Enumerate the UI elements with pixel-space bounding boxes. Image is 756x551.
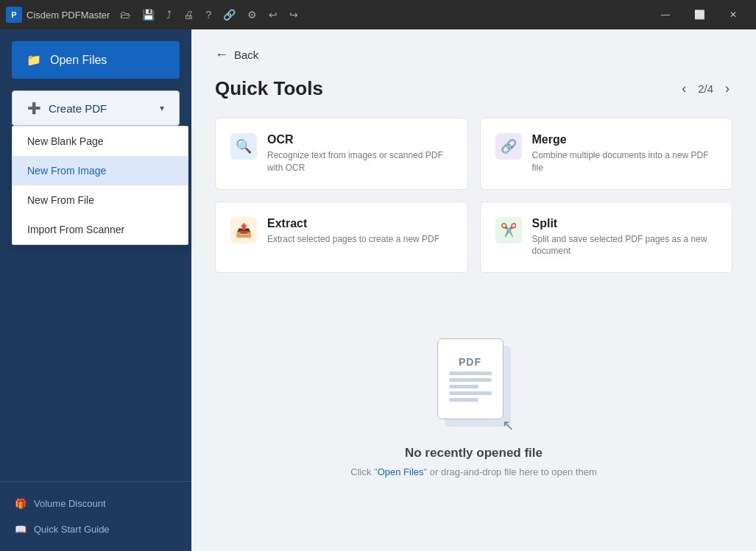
maximize-button[interactable]: ⬜ <box>682 0 716 29</box>
window-controls: — ⬜ ✕ <box>649 0 750 29</box>
ocr-title: OCR <box>267 133 453 146</box>
help-icon[interactable]: ? <box>202 7 214 22</box>
extract-title: Extract <box>267 217 439 230</box>
tool-card-ocr[interactable]: 🔍 OCR Recognize text from images or scan… <box>215 118 468 190</box>
titlebar: P Cisdem PDFMaster 🗁 💾 ⤴ 🖨 ? 🔗 ⚙ ↩ ↪ — ⬜… <box>0 0 756 29</box>
undo-icon[interactable]: ↩ <box>266 7 280 22</box>
tools-grid: 🔍 OCR Recognize text from images or scan… <box>215 118 732 273</box>
volume-icon: 🎁 <box>15 498 27 509</box>
merge-icon: 🔗 <box>495 133 522 160</box>
extract-icon: 📤 <box>230 217 257 243</box>
toolbar-icons: 🗁 💾 ⤴ 🖨 ? 🔗 ⚙ ↩ ↪ <box>117 7 301 22</box>
sidebar: 📁 Open Files ➕ Create PDF ▾ New Blank Pa… <box>0 29 191 551</box>
page-title-row: Quick Tools ‹ 2/4 › <box>215 77 732 100</box>
pagination-display: 2/4 <box>698 82 713 95</box>
open-files-button[interactable]: 📁 Open Files <box>12 41 180 79</box>
tool-card-merge[interactable]: 🔗 Merge Combine multiple documents into … <box>480 118 733 190</box>
chevron-down-icon: ▾ <box>160 103 164 113</box>
back-label[interactable]: Back <box>234 49 258 61</box>
split-title: Split <box>532 217 718 230</box>
minimize-button[interactable]: — <box>649 0 682 29</box>
pdf-lines <box>449 372 492 402</box>
share-icon[interactable]: ⤴ <box>163 7 174 22</box>
sidebar-bottom: 🎁 Volume Discount 📖 Quick Start Guide <box>0 481 191 551</box>
ocr-icon: 🔍 <box>230 133 257 160</box>
open-folder-icon[interactable]: 🗁 <box>117 7 133 22</box>
pagination-next-button[interactable]: › <box>722 78 732 99</box>
create-pdf-dropdown: New Blank Page New From Image New From F… <box>12 126 188 245</box>
page-title: Quick Tools <box>215 77 679 100</box>
print-icon[interactable]: 🖨 <box>180 7 197 22</box>
tool-card-split[interactable]: ✂️ Split Split and save selected PDF pag… <box>480 202 733 274</box>
pdf-doc: PDF <box>437 338 504 419</box>
guide-icon: 📖 <box>15 524 27 535</box>
empty-state: PDF ↖ No recently opened file Click "Ope… <box>215 296 732 533</box>
sidebar-item-quick-start[interactable]: 📖 Quick Start Guide <box>0 516 191 542</box>
pagination: ‹ 2/4 › <box>679 78 732 99</box>
save-icon[interactable]: 💾 <box>139 7 158 22</box>
open-files-icon: 📁 <box>27 53 41 67</box>
back-bar: ← Back <box>215 47 732 63</box>
open-files-link[interactable]: Open Files <box>378 466 424 477</box>
create-pdf-label: Create PDF <box>49 102 107 115</box>
link-icon[interactable]: 🔗 <box>220 7 239 22</box>
extract-desc: Extract selected pages to create a new P… <box>267 233 439 246</box>
pdf-line-1 <box>449 372 492 375</box>
pdf-line-2 <box>449 378 492 382</box>
pdf-doc-label: PDF <box>459 356 481 368</box>
create-pdf-icon: ➕ <box>27 102 41 115</box>
dropdown-item-new-from-image[interactable]: New From Image <box>13 156 188 185</box>
pagination-prev-button[interactable]: ‹ <box>679 78 689 99</box>
content-area: ← Back Quick Tools ‹ 2/4 › 🔍 OCR Recogni… <box>191 29 756 551</box>
redo-icon[interactable]: ↪ <box>286 7 301 22</box>
merge-title: Merge <box>532 133 718 146</box>
dropdown-item-import-scanner[interactable]: Import From Scanner <box>13 215 188 244</box>
app-logo: P <box>6 7 22 23</box>
back-arrow-icon[interactable]: ← <box>215 47 228 63</box>
sidebar-item-volume-discount[interactable]: 🎁 Volume Discount <box>0 491 191 516</box>
ocr-desc: Recognize text from images or scanned PD… <box>267 149 453 174</box>
pdf-line-3 <box>449 385 479 388</box>
app-name: Cisdem PDFMaster <box>27 10 110 21</box>
pdf-line-5 <box>449 398 479 402</box>
empty-desc-prefix: Click " <box>350 466 377 477</box>
empty-state-title: No recently opened file <box>405 446 543 461</box>
create-pdf-button[interactable]: ➕ Create PDF ▾ <box>12 90 180 126</box>
dropdown-item-new-blank[interactable]: New Blank Page <box>13 127 188 156</box>
split-desc: Split and save selected PDF pages as a n… <box>532 233 718 258</box>
settings-icon[interactable]: ⚙ <box>244 7 260 22</box>
merge-desc: Combine multiple documents into a new PD… <box>532 149 718 174</box>
pdf-line-4 <box>449 391 492 395</box>
open-files-label: Open Files <box>50 54 107 67</box>
empty-desc-suffix: " or drag-and-drop file here to open the… <box>424 466 597 477</box>
split-icon: ✂️ <box>495 217 522 243</box>
quick-start-label: Quick Start Guide <box>34 524 110 535</box>
main-layout: 📁 Open Files ➕ Create PDF ▾ New Blank Pa… <box>0 29 756 551</box>
close-button[interactable]: ✕ <box>716 0 750 29</box>
volume-discount-label: Volume Discount <box>34 498 106 509</box>
pdf-illustration: PDF ↖ <box>430 338 518 434</box>
create-pdf-wrapper: ➕ Create PDF ▾ New Blank Page New From I… <box>12 90 180 126</box>
tool-card-extract[interactable]: 📤 Extract Extract selected pages to crea… <box>215 202 468 274</box>
dropdown-item-new-from-file[interactable]: New From File <box>13 185 188 215</box>
cursor-icon: ↖ <box>502 416 515 434</box>
empty-state-desc: Click "Open Files" or drag-and-drop file… <box>350 466 596 477</box>
